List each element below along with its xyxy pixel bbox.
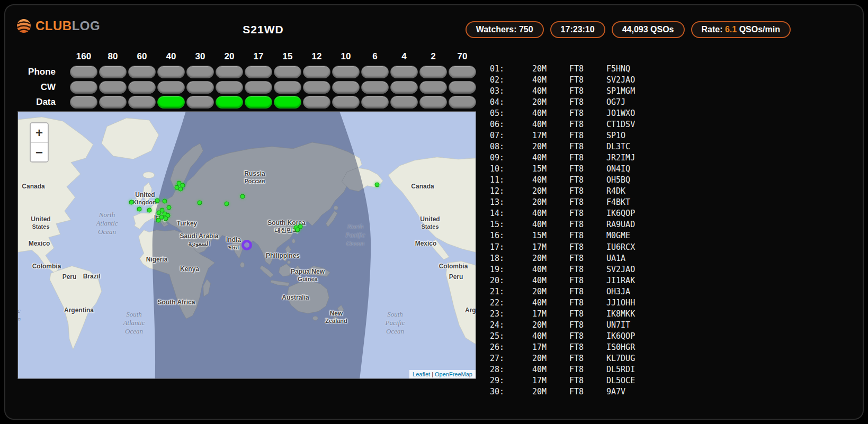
qso-mode: FT8 — [569, 186, 606, 196]
leaflet-link[interactable]: Leaflet — [413, 371, 430, 377]
watchers-value: Watchers: 750 — [476, 25, 533, 34]
band-header-4: 4 — [390, 51, 418, 62]
qso-row: 11:40MFT8OH5BQ — [490, 175, 635, 186]
zoom-in-button[interactable]: + — [31, 123, 48, 142]
qso-spot-marker[interactable] — [296, 228, 300, 232]
matrix-cell-phone-6 — [361, 66, 389, 78]
qso-band: 40M — [532, 365, 569, 374]
band-header-20: 20 — [216, 51, 243, 62]
qso-band: 40M — [532, 120, 569, 129]
qso-spot-marker[interactable] — [240, 194, 245, 199]
qso-row: 18:20MFT8UA1A — [490, 252, 635, 264]
qso-band: 40M — [532, 75, 569, 85]
matrix-cell-cw-70 — [449, 81, 476, 94]
qso-num: 19: — [490, 265, 532, 274]
qso-call: UA1A — [606, 254, 625, 263]
qso-call: DL5RDI — [606, 365, 635, 374]
mode-label-cw: CW — [17, 82, 70, 93]
band-header-15: 15 — [274, 51, 301, 62]
qso-call: RA9UAD — [606, 220, 635, 229]
qso-spot-marker[interactable] — [178, 187, 183, 192]
openfreemap-link[interactable]: OpenFreeMap — [435, 371, 472, 377]
qso-band: 20M — [532, 64, 569, 74]
qso-mode: FT8 — [569, 298, 606, 308]
qso-num: 12: — [490, 186, 532, 196]
world-map[interactable]: CanadaUnitedStatesMexicoColombiaPeruBraz… — [17, 111, 476, 379]
qso-num: 29: — [490, 376, 532, 385]
zoom-control: + − — [30, 122, 49, 163]
matrix-cell-data-160 — [70, 96, 97, 109]
matrix-cell-phone-30 — [186, 66, 214, 78]
qso-mode: FT8 — [569, 254, 606, 263]
qso-num: 05: — [490, 109, 532, 118]
qso-row: 20:40MFT8JI1RAK — [490, 275, 635, 286]
recent-qso-list: 01:20MFT8F5HNQ02:40MFT8SV2JAO03:40MFT8SP… — [490, 63, 635, 398]
clublog-logo[interactable]: CLUBLOG — [16, 18, 100, 34]
qso-mode: FT8 — [569, 309, 606, 319]
qso-spot-marker[interactable] — [155, 199, 160, 203]
qso-band: 20M — [532, 254, 569, 263]
qso-count-value: 44,093 QSOs — [622, 25, 674, 34]
qso-num: 11: — [490, 175, 532, 185]
qso-num: 02: — [490, 75, 532, 85]
qso-spot-marker[interactable] — [164, 216, 168, 221]
matrix-cell-data-60 — [128, 96, 156, 109]
qso-band: 40M — [532, 175, 569, 185]
rate-pill: Rate: 6.1 QSOs/min — [691, 21, 791, 38]
qso-row: 22:40MFT8JJ1OHH — [490, 297, 635, 308]
qso-call: DL3TC — [606, 142, 630, 151]
matrix-row-phone: Phone — [17, 66, 478, 79]
matrix-row-data: Data — [17, 96, 478, 109]
qso-spot-marker[interactable] — [137, 207, 142, 212]
qso-spot-marker[interactable] — [198, 201, 202, 205]
qso-spot-marker[interactable] — [167, 205, 172, 210]
clock-pill: 17:23:10 — [550, 21, 605, 38]
qso-mode: FT8 — [569, 164, 606, 174]
qso-call: SP1MGM — [606, 86, 635, 96]
qso-row: 12:20MFT8R4DK — [490, 186, 635, 197]
dx-location-marker[interactable] — [241, 240, 252, 250]
qso-num: 14: — [490, 209, 532, 218]
matrix-cell-phone-70 — [449, 66, 476, 78]
qso-band: 40M — [532, 331, 569, 341]
matrix-cell-phone-10 — [332, 66, 360, 78]
qso-count-pill: 44,093 QSOs — [612, 21, 685, 38]
qso-row: 24:20MFT8UN7IT — [490, 319, 635, 330]
matrix-cell-data-12 — [303, 96, 330, 109]
mode-label-data: Data — [17, 97, 70, 107]
zoom-out-button[interactable]: − — [31, 142, 48, 161]
qso-call: KL7DUG — [606, 354, 635, 363]
rate-prefix: Rate: — [702, 25, 725, 34]
qso-band: 20M — [532, 387, 569, 396]
qso-band: 15M — [532, 231, 569, 240]
matrix-cell-phone-20 — [216, 66, 243, 78]
qso-num: 21: — [490, 287, 532, 296]
qso-spot-marker[interactable] — [147, 208, 152, 213]
matrix-cell-data-20 — [216, 96, 243, 109]
qso-row: 14:40MFT8IK6QOP — [490, 208, 635, 219]
qso-spot-marker[interactable] — [156, 218, 161, 223]
qso-mode: FT8 — [569, 64, 606, 74]
qso-spot-marker[interactable] — [163, 199, 167, 204]
qso-mode: FT8 — [569, 242, 606, 252]
matrix-row-cw: CW — [17, 81, 478, 94]
qso-spot-marker[interactable] — [129, 200, 134, 205]
qso-call: IK8MKK — [606, 309, 635, 319]
band-header-2: 2 — [419, 51, 447, 62]
qso-mode: FT8 — [569, 287, 606, 296]
matrix-cell-cw-6 — [361, 81, 389, 94]
qso-num: 15: — [490, 220, 532, 229]
band-header-30: 30 — [186, 51, 214, 62]
qso-band: 40M — [532, 265, 569, 274]
matrix-cell-phone-40 — [157, 66, 185, 78]
band-header-80: 80 — [99, 51, 127, 62]
qso-row: 01:20MFT8F5HNQ — [490, 63, 635, 74]
qso-band: 40M — [532, 220, 569, 229]
qso-spot-marker[interactable] — [225, 202, 229, 206]
qso-num: 22: — [490, 298, 532, 308]
qso-mode: FT8 — [569, 265, 606, 274]
matrix-cell-data-80 — [99, 96, 127, 109]
qso-row: 15:40MFT8RA9UAD — [490, 219, 635, 230]
matrix-cell-cw-2 — [419, 81, 447, 94]
qso-spot-marker[interactable] — [375, 183, 380, 187]
